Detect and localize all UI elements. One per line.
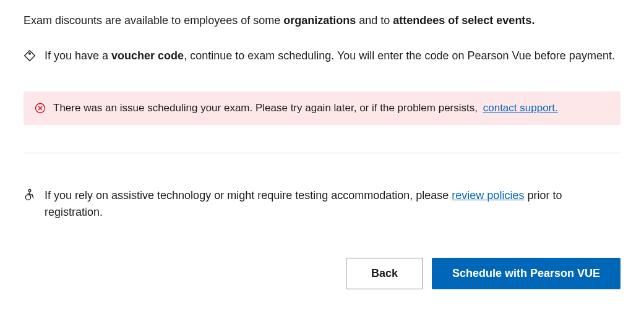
accessibility-prefix: If you rely on assistive technology or m…	[45, 189, 452, 202]
accessibility-row: If you rely on assistive technology or m…	[24, 187, 620, 221]
action-button-row: Back Schedule with Pearson VUE	[24, 258, 620, 289]
voucher-prefix: If you have a	[45, 49, 111, 62]
error-banner: There was an issue scheduling your exam.…	[24, 91, 620, 125]
svg-point-4	[28, 189, 31, 192]
schedule-button[interactable]: Schedule with Pearson VUE	[432, 258, 620, 289]
error-icon	[35, 103, 46, 114]
voucher-suffix: , continue to exam scheduling. You will …	[184, 49, 615, 62]
intro-mid: and to	[356, 14, 393, 27]
tag-icon	[24, 48, 45, 67]
intro-bold-organizations: organizations	[283, 14, 356, 27]
svg-point-0	[29, 53, 30, 54]
svg-point-5	[25, 195, 30, 200]
voucher-info-row: If you have a voucher code, continue to …	[24, 48, 620, 67]
intro-bold-attendees: attendees of select events.	[393, 14, 535, 27]
back-button[interactable]: Back	[346, 258, 423, 289]
intro-prefix: Exam discounts are available to employee…	[24, 14, 283, 27]
contact-support-link[interactable]: contact support.	[483, 102, 558, 114]
error-message: There was an issue scheduling your exam.…	[53, 102, 481, 114]
voucher-bold: voucher code	[111, 49, 184, 62]
review-policies-link[interactable]: review policies	[452, 189, 524, 202]
accessibility-icon	[24, 187, 45, 206]
discount-intro-text: Exam discounts are available to employee…	[24, 12, 620, 29]
section-divider	[24, 153, 620, 153]
voucher-info-text: If you have a voucher code, continue to …	[45, 48, 620, 64]
error-message-text: There was an issue scheduling your exam.…	[53, 100, 558, 116]
accessibility-text: If you rely on assistive technology or m…	[45, 187, 620, 221]
